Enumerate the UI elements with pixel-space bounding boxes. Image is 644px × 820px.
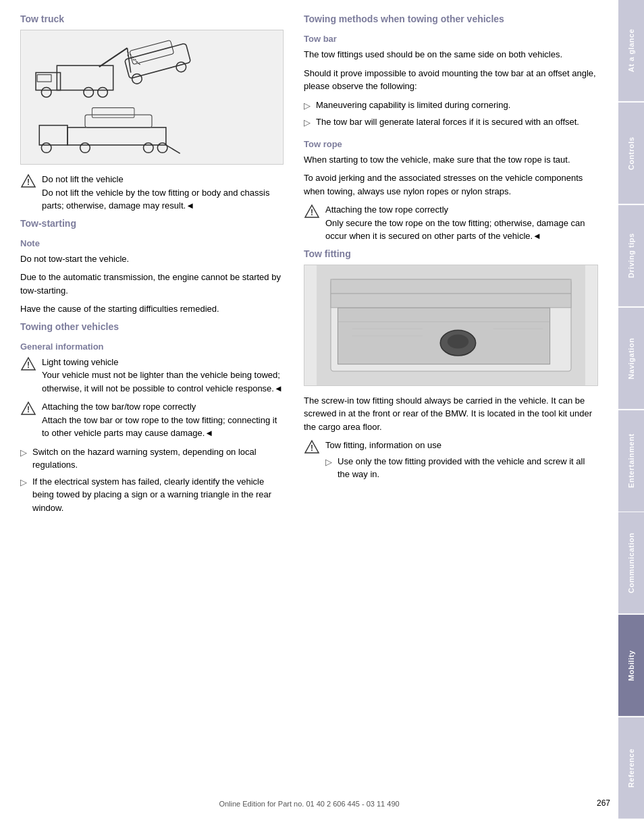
tow-rope-subtitle: Tow rope bbox=[304, 139, 598, 149]
sidebar-tab-mobility[interactable]: Mobility bbox=[618, 615, 644, 716]
sidebar-tab-navigation[interactable]: Navigation bbox=[618, 308, 644, 409]
warning-icon-3: ! bbox=[20, 401, 36, 417]
bullet-item-2: ▷ If the electrical system has failed, c… bbox=[20, 475, 284, 515]
sidebar-tab-driving-tips[interactable]: Driving tips bbox=[618, 205, 644, 306]
svg-text:!: ! bbox=[27, 360, 30, 370]
tow-bar-text2: Should it prove impossible to avoid moun… bbox=[304, 67, 598, 93]
warning-attach-block: ! Attaching the tow bar/tow rope correct… bbox=[20, 400, 284, 440]
note-text2: Due to the automatic transmission, the e… bbox=[20, 271, 284, 297]
sidebar-tab-controls[interactable]: Controls bbox=[618, 103, 644, 204]
tow-fitting-image bbox=[304, 265, 598, 386]
tow-bar-text1: The tow fittings used should be on the s… bbox=[304, 48, 598, 61]
tow-bar-bullet-1: ▷ Maneuvering capability is limited duri… bbox=[304, 99, 598, 113]
sidebar: At a glance Controls Driving tips Naviga… bbox=[618, 0, 644, 820]
left-column: Tow truck bbox=[20, 13, 284, 793]
towing-methods-section: Towing methods when towing other vehicle… bbox=[304, 13, 598, 243]
footer-text: Online Edition for Part no. 01 40 2 606 … bbox=[0, 800, 618, 808]
svg-text:!: ! bbox=[311, 208, 313, 217]
svg-text:!: ! bbox=[27, 177, 30, 187]
tow-bar-subtitle: Tow bar bbox=[304, 34, 598, 44]
bullet-arrow-2: ▷ bbox=[20, 476, 27, 515]
tow-starting-section: Tow-starting Note Do not tow-start the v… bbox=[20, 218, 284, 316]
warning-icon-1: ! bbox=[20, 173, 36, 190]
warning-tow-rope-block: ! Attaching the tow rope correctly Only … bbox=[304, 203, 598, 243]
warning-light-towing-block: ! Light towing vehicle Your vehicle must… bbox=[20, 356, 284, 395]
tow-fitting-text: The screw-in tow fitting should always b… bbox=[304, 394, 598, 434]
towing-other-section: Towing other vehicles General informatio… bbox=[20, 321, 284, 515]
tow-rope-subsection: Tow rope When starting to tow the vehicl… bbox=[304, 139, 598, 243]
tow-rope-text2: To avoid jerking and the associated stre… bbox=[304, 171, 598, 198]
tow-fitting-title: Tow fitting bbox=[304, 248, 598, 259]
warning-light-towing-text: Light towing vehicle Your vehicle must n… bbox=[42, 356, 284, 395]
note-text3: Have the cause of the starting difficult… bbox=[20, 302, 284, 316]
tow-bar-bullet-arrow-2: ▷ bbox=[304, 116, 311, 130]
tow-bar-bullets: ▷ Maneuvering capability is limited duri… bbox=[304, 99, 598, 130]
tow-bar-bullet-arrow-1: ▷ bbox=[304, 99, 311, 113]
warning-icon-2: ! bbox=[20, 356, 36, 373]
bullet-arrow-1: ▷ bbox=[20, 446, 27, 472]
tow-fitting-bullet-1: ▷ Use only the tow fitting provided with… bbox=[325, 455, 598, 481]
bullet-item-1: ▷ Switch on the hazard warning system, d… bbox=[20, 445, 284, 472]
svg-point-36 bbox=[448, 334, 468, 348]
towing-other-bullets: ▷ Switch on the hazard warning system, d… bbox=[20, 445, 284, 515]
tow-fitting-bullets: ▷ Use only the tow fitting provided with… bbox=[325, 455, 598, 481]
tow-bar-bullet-2: ▷ The tow bar will generate lateral forc… bbox=[304, 115, 598, 130]
sidebar-tab-communication[interactable]: Communication bbox=[618, 512, 644, 613]
tow-truck-title: Tow truck bbox=[20, 13, 284, 24]
note-text1: Do not tow-start the vehicle. bbox=[20, 252, 284, 266]
warning-tow-rope-text: Attaching the tow rope correctly Only se… bbox=[325, 203, 598, 243]
warning-lift-block: ! Do not lift the vehicle Do not lift th… bbox=[20, 173, 284, 213]
warning-attach-text: Attaching the tow bar/tow rope correctly… bbox=[42, 400, 284, 440]
warning-icon-5: ! bbox=[304, 439, 320, 456]
towing-other-title: Towing other vehicles bbox=[20, 321, 284, 332]
warning-icon-4: ! bbox=[304, 204, 320, 220]
sidebar-tab-entertainment[interactable]: Entertainment bbox=[618, 410, 644, 512]
page-number: 267 bbox=[597, 798, 610, 808]
general-info-title: General information bbox=[20, 341, 284, 352]
tow-fitting-section: Tow fitting bbox=[304, 248, 598, 487]
svg-text:!: ! bbox=[311, 443, 313, 453]
tow-fitting-bullet-arrow-1: ▷ bbox=[325, 456, 332, 481]
right-column: Towing methods when towing other vehicle… bbox=[304, 13, 598, 793]
tow-starting-title: Tow-starting bbox=[20, 218, 284, 229]
sidebar-tab-reference[interactable]: Reference bbox=[618, 717, 644, 819]
towing-methods-title: Towing methods when towing other vehicle… bbox=[304, 13, 598, 24]
warning-tow-fitting-block: ! Tow fitting, information on use ▷ Use … bbox=[304, 439, 598, 487]
sidebar-tab-at-a-glance[interactable]: At a glance bbox=[618, 0, 644, 101]
warning-tow-fitting-text: Tow fitting, information on use ▷ Use on… bbox=[325, 439, 598, 487]
tow-bar-subsection: Tow bar The tow fittings used should be … bbox=[304, 34, 598, 130]
svg-text:!: ! bbox=[27, 405, 30, 414]
note-label: Note bbox=[20, 238, 284, 248]
warning-lift-text: Do not lift the vehicle Do not lift the … bbox=[42, 173, 284, 213]
tow-rope-text1: When starting to tow the vehicle, make s… bbox=[304, 153, 598, 167]
tow-truck-image bbox=[20, 30, 284, 165]
tow-truck-section: Tow truck bbox=[20, 13, 284, 213]
